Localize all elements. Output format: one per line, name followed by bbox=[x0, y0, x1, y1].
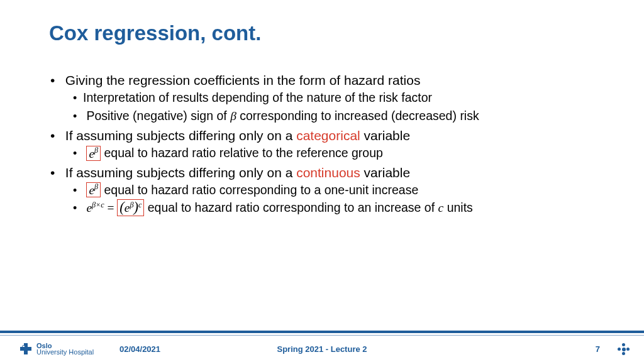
text: corresponding to increased (decreased) r… bbox=[236, 109, 479, 123]
c-var: c bbox=[438, 201, 444, 214]
hospital-logo: Oslo University Hospital bbox=[19, 342, 94, 356]
dots-icon bbox=[616, 342, 630, 356]
footer-date: 02/04/2021 bbox=[119, 344, 160, 354]
text: Positive (negative) sign of bbox=[86, 109, 230, 123]
text: equal to hazard ratio relative to the re… bbox=[101, 146, 383, 160]
sub-continuous-oneunit: eβ equal to hazard ratio corresponding t… bbox=[73, 182, 600, 198]
equals: = bbox=[104, 201, 118, 214]
ebeta-power-c-box: (eβ)c bbox=[117, 199, 144, 216]
beta-times-c-sup: β×c bbox=[92, 200, 104, 209]
bullet-continuous: If assuming subjects differing only on a… bbox=[52, 164, 600, 217]
c-sup: c bbox=[138, 200, 142, 209]
cross-icon bbox=[19, 342, 33, 356]
text: variable bbox=[360, 165, 410, 180]
text: units bbox=[443, 200, 473, 214]
footer-course: Spring 2021 - Lecture 2 bbox=[277, 344, 367, 354]
e: e bbox=[86, 201, 92, 214]
e: e bbox=[89, 184, 94, 197]
text: equal to hazard ratio corresponding to a… bbox=[144, 200, 438, 214]
text: If assuming subjects differing only on a bbox=[65, 128, 296, 143]
sub-interpretation: Interpretation of results depending of t… bbox=[73, 89, 600, 106]
beta-symbol: β bbox=[230, 109, 236, 123]
org-line2: University Hospital bbox=[36, 349, 94, 355]
bullet-categorical: If assuming subjects differing only on a… bbox=[52, 127, 600, 162]
text: variable bbox=[360, 128, 410, 143]
hospital-name: Oslo University Hospital bbox=[36, 343, 94, 356]
sub-categorical-hr: eβ equal to hazard ratio relative to the… bbox=[73, 145, 600, 161]
text: equal to hazard ratio corresponding to a… bbox=[101, 183, 418, 197]
text: Giving the regression coefficients in th… bbox=[65, 73, 421, 87]
continuous-word: continuous bbox=[296, 165, 360, 180]
text: If assuming subjects differing only on a bbox=[65, 165, 296, 180]
beta-sup: β bbox=[94, 182, 98, 191]
bullet-hazard-ratios: Giving the regression coefficients in th… bbox=[52, 72, 600, 124]
beta-sup: β bbox=[94, 146, 98, 155]
categorical-word: categorical bbox=[296, 128, 360, 143]
sub-sign: Positive (negative) sign of β correspond… bbox=[73, 107, 600, 124]
slide-body: Giving the regression coefficients in th… bbox=[0, 45, 644, 217]
footer-page-number: 7 bbox=[596, 344, 600, 354]
ebeta-box: eβ bbox=[86, 182, 101, 197]
sub-continuous-cunits: eβ×c = (eβ)c equal to hazard ratio corre… bbox=[73, 199, 600, 216]
slide: Cox regression, cont. Giving the regress… bbox=[0, 0, 644, 362]
e: e bbox=[89, 146, 94, 160]
footer-rule-thick bbox=[0, 331, 644, 333]
footer: Oslo University Hospital 02/04/2021 Spri… bbox=[0, 336, 644, 362]
slide-title: Cox regression, cont. bbox=[0, 0, 644, 45]
ebeta-box: eβ bbox=[86, 146, 101, 161]
